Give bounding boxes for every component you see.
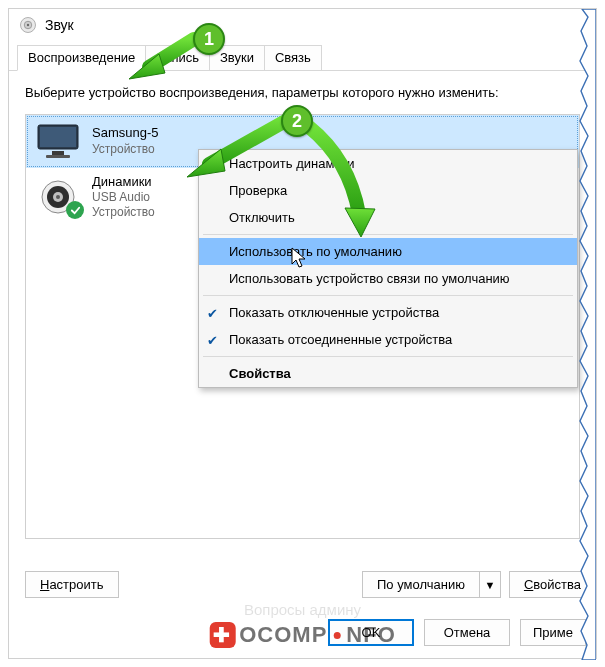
- device-line2: USB Audio: [92, 190, 155, 205]
- svg-rect-5: [52, 151, 64, 155]
- watermark-badge-icon: ✚: [209, 622, 235, 648]
- window-title: Звук: [45, 17, 74, 33]
- device-text: Samsung-5 Устройство: [92, 125, 158, 156]
- check-icon: ✔: [207, 305, 218, 320]
- sound-window: Звук Воспроизведение Запись Звуки Связь …: [8, 8, 597, 659]
- tab-comm[interactable]: Связь: [264, 45, 322, 70]
- apply-button[interactable]: Приме: [520, 619, 586, 646]
- device-name: Динамики: [92, 174, 155, 190]
- default-badge-icon: [66, 201, 84, 219]
- menu-properties[interactable]: Свойства: [199, 360, 577, 387]
- configure-button[interactable]: Настроить: [25, 571, 119, 598]
- menu-separator: [203, 295, 573, 296]
- menu-set-default-comm[interactable]: Использовать устройство связи по умолчан…: [199, 265, 577, 292]
- device-line3: Устройство: [92, 205, 155, 220]
- menu-configure-speakers[interactable]: Настроить динамики: [199, 150, 577, 177]
- tab-record[interactable]: Запись: [145, 45, 210, 70]
- monitor-icon: [34, 121, 82, 161]
- instruction-text: Выберите устройство воспроизведения, пар…: [25, 85, 580, 100]
- speaker-icon: [34, 177, 82, 217]
- check-icon: ✔: [207, 332, 218, 347]
- device-text: Динамики USB Audio Устройство: [92, 174, 155, 220]
- watermark-pre: OCOMP: [239, 622, 327, 648]
- svg-rect-6: [46, 155, 70, 158]
- tabstrip: Воспроизведение Запись Звуки Связь: [9, 41, 596, 71]
- svg-point-2: [27, 24, 29, 26]
- menu-separator: [203, 356, 573, 357]
- device-line2: Устройство: [92, 142, 158, 157]
- bottom-button-row: Настроить По умолчанию ▼ Свойства: [25, 571, 596, 598]
- tab-playback[interactable]: Воспроизведение: [17, 45, 146, 71]
- menu-set-default[interactable]: Использовать по умолчанию: [199, 238, 577, 265]
- tab-sounds[interactable]: Звуки: [209, 45, 265, 70]
- menu-show-disabled[interactable]: ✔Показать отключенные устройства: [199, 299, 577, 326]
- watermark-faint: Вопросы админу: [244, 601, 361, 618]
- properties-button[interactable]: Свойства: [509, 571, 596, 598]
- menu-test[interactable]: Проверка: [199, 177, 577, 204]
- svg-rect-4: [40, 127, 76, 147]
- menu-separator: [203, 234, 573, 235]
- watermark-post: NFO: [346, 622, 395, 648]
- sound-icon: [19, 16, 37, 34]
- set-default-split-button[interactable]: По умолчанию ▼: [362, 571, 501, 598]
- menu-show-disconnected[interactable]: ✔Показать отсоединенные устройства: [199, 326, 577, 353]
- menu-disable[interactable]: Отключить: [199, 204, 577, 231]
- titlebar: Звук: [9, 9, 596, 41]
- context-menu: Настроить динамики Проверка Отключить Ис…: [198, 149, 578, 388]
- device-name: Samsung-5: [92, 125, 158, 141]
- set-default-dropdown[interactable]: ▼: [479, 571, 501, 598]
- svg-point-10: [56, 195, 60, 199]
- watermark: ✚ OCOMP NFO: [209, 622, 396, 648]
- set-default-button[interactable]: По умолчанию: [362, 571, 479, 598]
- watermark-dot-icon: [333, 632, 340, 639]
- cancel-button[interactable]: Отмена: [424, 619, 510, 646]
